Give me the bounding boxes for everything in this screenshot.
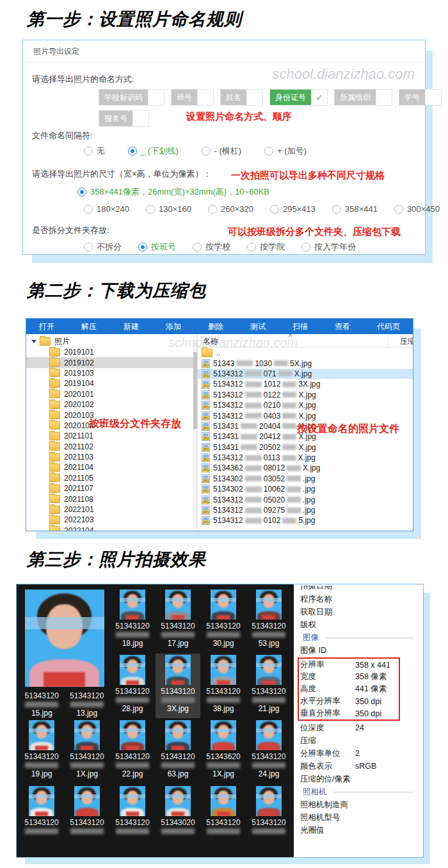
size-option[interactable]: 300×450: [394, 204, 440, 214]
split-option[interactable]: 按学校: [193, 241, 230, 253]
size-option[interactable]: 180×240: [84, 204, 129, 214]
file-row[interactable]: 513431205020.jpg: [198, 494, 413, 504]
separator-option[interactable]: - (横杠): [202, 145, 242, 157]
thumbnail[interactable]: 513436201X.jpg: [201, 719, 246, 784]
radio-icon[interactable]: [84, 147, 93, 156]
thumbnail[interactable]: 5134312024.jpg: [246, 719, 291, 784]
tree-folder-row[interactable]: 2021105: [26, 473, 197, 483]
separator-option[interactable]: 无: [84, 145, 105, 157]
file-row[interactable]: 513431201025.jpg: [198, 515, 413, 526]
tree-folder-row[interactable]: 2019104: [26, 378, 197, 389]
tree-folder-row[interactable]: 2022101: [26, 504, 197, 515]
file-row[interactable]: 513431210123X.jpg: [198, 379, 413, 389]
radio-icon[interactable]: [128, 147, 137, 156]
naming-tag[interactable]: 身份证号✓: [269, 89, 328, 106]
caret-down-icon[interactable]: [31, 340, 36, 343]
naming-tag[interactable]: 学号: [399, 89, 442, 106]
tree-folder-row[interactable]: 2021104: [26, 462, 197, 472]
file-row[interactable]: 513431209275.jpg: [198, 505, 413, 515]
tree-folder-row[interactable]: 2019103: [26, 368, 197, 378]
thumbnail[interactable]: 5134312038.jpg: [201, 654, 246, 718]
thumbnail[interactable]: 51343120: [65, 785, 109, 857]
thumbnail[interactable]: 51343120: [19, 785, 64, 857]
naming-tag-order-box[interactable]: [246, 90, 262, 105]
split-option[interactable]: 按学院: [247, 241, 285, 253]
thumbnail[interactable]: 5134312021.jpg: [246, 654, 291, 718]
radio-icon[interactable]: [193, 243, 202, 252]
tree-folder-row[interactable]: 2021108: [26, 494, 197, 504]
thumbnail[interactable]: 5134312019.jpg: [19, 719, 64, 784]
thumbnail-large[interactable]: 5134312015.jpg5134312013.jpg: [19, 588, 109, 718]
tree-folder-row[interactable]: 2019102: [26, 357, 197, 367]
naming-tag-order-box[interactable]: [197, 90, 213, 105]
file-row[interactable]: 513430203052.jpg: [198, 474, 413, 484]
split-option[interactable]: 按班号: [138, 241, 176, 253]
tree-root-row[interactable]: 照片: [26, 336, 197, 347]
naming-tag[interactable]: 班号: [171, 89, 214, 106]
toolbar-button-新建[interactable]: 新建: [124, 321, 139, 332]
size-option[interactable]: 260×320: [208, 204, 253, 214]
thumbnail[interactable]: 5134312022.jpg: [110, 719, 155, 784]
thumbnail[interactable]: 5134312053.jpg: [246, 588, 291, 653]
tree-folder-row[interactable]: 2020101: [26, 389, 197, 399]
file-row[interactable]: 51343120403X.jpg: [198, 410, 413, 421]
toolbar-button-测试[interactable]: 测试: [250, 321, 266, 332]
file-row[interactable]: 513430210062.jpg: [198, 484, 413, 494]
tree-folder-row[interactable]: 2021103: [26, 452, 197, 462]
naming-tag[interactable]: 姓名: [220, 89, 263, 106]
tree-scrollbar-thumb[interactable]: [193, 352, 197, 429]
size-option[interactable]: 295×413: [270, 204, 316, 214]
toolbar-button-扫描[interactable]: 扫描: [292, 321, 308, 332]
radio-icon[interactable]: [84, 205, 93, 214]
radio-icon[interactable]: [138, 243, 147, 252]
tree-folder-row[interactable]: 2019101: [26, 347, 197, 357]
radio-icon[interactable]: [332, 205, 341, 214]
size-selected-option[interactable]: 358×441像素，26mm(宽)×32mm(高)，10~60KB: [77, 186, 269, 198]
thumbnail[interactable]: 51343120: [246, 785, 291, 857]
toolbar-button-查看[interactable]: 查看: [335, 321, 350, 332]
radio-icon[interactable]: [394, 205, 403, 214]
tree-folder-row[interactable]: 2021107: [26, 483, 197, 494]
tree-folder-row[interactable]: 2022104: [26, 526, 197, 531]
file-row[interactable]: 51343120210X.jpg: [198, 400, 413, 410]
file-row[interactable]: 51343120122X.jpg: [198, 390, 413, 400]
radio-icon[interactable]: [264, 147, 273, 156]
thumbnail[interactable]: 5134312030.jpg: [201, 588, 246, 653]
thumbnail[interactable]: 513431203X.jpg: [156, 654, 200, 718]
radio-icon[interactable]: [84, 243, 93, 252]
thumbnail[interactable]: 51343120: [201, 785, 246, 857]
thumbnail[interactable]: 5134312028.jpg: [110, 654, 155, 718]
file-row[interactable]: 5134312071X.jpg: [198, 369, 413, 379]
thumbnail[interactable]: 513431201X.jpg: [65, 719, 109, 784]
naming-tag-order-box[interactable]: [376, 90, 392, 105]
naming-tag-order-box[interactable]: [425, 90, 441, 105]
naming-tag[interactable]: 学校标识码: [99, 89, 164, 106]
split-option[interactable]: 不拆分: [84, 241, 122, 253]
radio-icon[interactable]: [208, 205, 217, 214]
radio-icon[interactable]: [202, 147, 211, 156]
toolbar-button-删除[interactable]: 删除: [208, 321, 223, 332]
toolbar-button-代码页[interactable]: 代码页: [377, 321, 400, 332]
check-icon[interactable]: ✓: [311, 90, 327, 105]
separator-option[interactable]: + (加号): [264, 145, 307, 157]
parent-folder-row[interactable]: ..: [198, 348, 413, 358]
radio-icon[interactable]: [247, 243, 256, 252]
file-row[interactable]: 51343120502X.jpg: [198, 442, 413, 453]
tree-folder-row[interactable]: 2021101: [26, 431, 197, 441]
tree-folder-row[interactable]: 2021102: [26, 442, 197, 452]
split-option[interactable]: 按入学年份: [301, 241, 356, 253]
size-option[interactable]: 130×160: [146, 204, 191, 214]
column-compressed[interactable]: 压缩: [400, 336, 413, 347]
naming-tag-order-box[interactable]: [148, 90, 164, 105]
naming-tag[interactable]: 所属组织: [334, 89, 392, 106]
radio-icon[interactable]: [77, 188, 86, 197]
tree-folder-row[interactable]: 2022103: [26, 515, 197, 525]
file-row[interactable]: 51343120113X.jpg: [198, 453, 413, 463]
toolbar-button-解压[interactable]: 解压: [81, 321, 97, 332]
thumbnail[interactable]: 51343020: [156, 785, 200, 857]
toolbar-button-打开[interactable]: 打开: [39, 321, 54, 332]
radio-icon[interactable]: [301, 243, 310, 252]
column-name[interactable]: 名称: [203, 336, 218, 347]
tree-scrollbar[interactable]: [193, 335, 197, 527]
toolbar-button-添加[interactable]: 添加: [166, 321, 181, 332]
